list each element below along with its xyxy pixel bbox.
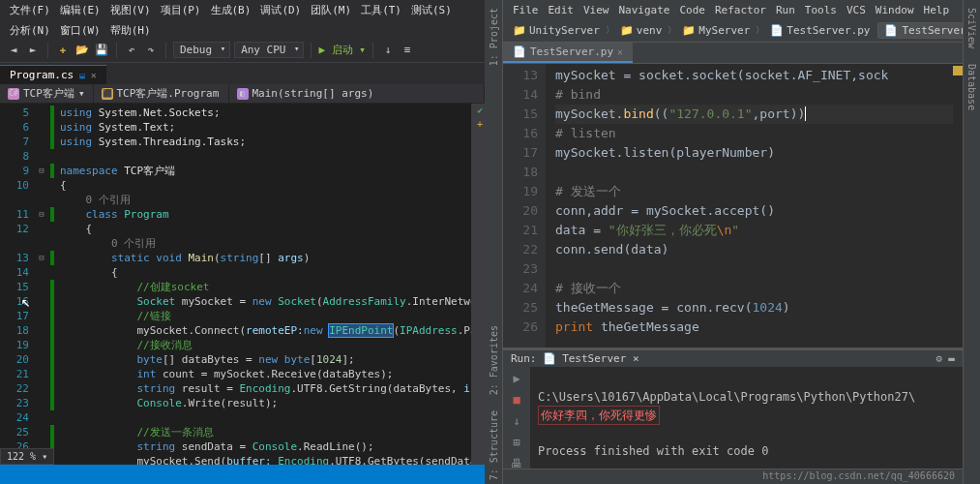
right-tool-tabs: SciView Database (963, 0, 980, 484)
tab-database[interactable]: Database (965, 60, 978, 114)
pycharm-window: 1: Project 2: Favorites 7: Structure Sci… (486, 0, 980, 484)
jb-menu-edit[interactable]: Edit (545, 3, 579, 17)
tab-label: Program.cs (10, 69, 74, 81)
vs-statusbar (0, 465, 485, 484)
vs-line-gutter: 5678910111213141516171819202122232425262… (0, 104, 33, 465)
tab-structure[interactable]: 7: Structure (488, 407, 500, 484)
jb-menu-tools[interactable]: Tools (801, 3, 841, 17)
vs-menu-analyze[interactable]: 分析(N) (6, 22, 54, 39)
nav-method[interactable]: ◧Main(string[] args) (229, 85, 486, 102)
jb-toolbar: 📁 UnityServer〉 📁 venv〉 📁 MyServer〉 📄 Tes… (503, 19, 963, 43)
vs-menubar-row2: 分析(N) 窗口(W) 帮助(H) (0, 20, 485, 38)
jb-tabbar: 📄 TestServer.py ✕ (503, 43, 963, 64)
console-path: C:\Users\10167\AppData\Local\Programs\Py… (538, 390, 915, 404)
console-exit-line: Process finished with exit code 0 (538, 444, 768, 458)
vs-menu-edit[interactable]: 编辑(E) (56, 2, 104, 18)
save-icon[interactable]: 💾 (94, 43, 109, 58)
vs-toolbar: ◄ ► ✚ 📂 💾 ↶ ↷ Debug Any CPU ▶ 启动 ▾ ↓ ≡ (0, 38, 485, 63)
jb-tab-testserver[interactable]: 📄 TestServer.py ✕ (503, 43, 633, 63)
vs-menubar: 文件(F) 编辑(E) 视图(V) 项目(P) 生成(B) 调试(D) 团队(M… (0, 0, 485, 20)
jb-menu-navigate[interactable]: Navigate (615, 3, 674, 17)
jb-menu-run[interactable]: Run (772, 3, 799, 17)
vs-editor[interactable]: 5678910111213141516171819202122232425262… (0, 104, 485, 465)
run-button[interactable]: ▶ 启动 ▾ (318, 43, 366, 57)
crumb-venv[interactable]: 📁 venv (616, 23, 667, 38)
jb-editor[interactable]: 1314151617181920212223242526 mySocket = … (503, 64, 963, 348)
run-tab[interactable]: 📄 TestServer × (543, 352, 639, 365)
vs-menu-test[interactable]: 测试(S) (407, 2, 456, 18)
jb-run-panel: Run: 📄 TestServer × ⚙ ▬ ▶ ■ ↓ ⊞ 🖶 C:\Use… (503, 348, 963, 469)
nav-project[interactable]: C#TCP客户端▾ (0, 84, 94, 103)
tab-favorites[interactable]: 2: Favorites (488, 321, 500, 399)
jb-line-gutter: 1314151617181920212223242526 (503, 64, 546, 348)
nav-class[interactable]: ⬛TCP客户端.Program (94, 84, 229, 103)
vs-zoom[interactable]: 122 % ▾ (0, 448, 54, 465)
vs-tabbar: Program.cs ⬓ ✕ (0, 63, 485, 84)
open-icon[interactable]: 📂 (74, 43, 90, 58)
stop-icon[interactable]: ■ (509, 392, 524, 408)
undo-icon[interactable]: ↶ (124, 43, 139, 58)
console-output-error: 你好李四，你死得更惨 (538, 406, 660, 425)
close-icon[interactable]: ✕ (91, 70, 97, 80)
jb-run-header: Run: 📄 TestServer × ⚙ ▬ (503, 350, 963, 367)
jb-breadcrumb: 📁 UnityServer〉 📁 venv〉 📁 MyServer〉 📄 Tes… (509, 23, 874, 38)
jb-statusbar: https://blog.csdn.net/qq_40666620 (503, 469, 963, 484)
gear-icon[interactable]: ⚙ ▬ (935, 352, 955, 365)
config-dropdown[interactable]: Debug (173, 42, 230, 58)
vs-menu-view[interactable]: 视图(V) (106, 2, 155, 18)
down-icon[interactable]: ↓ (509, 413, 524, 429)
vs-menu-window[interactable]: 窗口(W) (56, 22, 104, 39)
tab-sciview[interactable]: SciView (965, 4, 978, 52)
jb-menubar: File Edit View Navigate Code Refactor Ru… (503, 0, 963, 19)
jb-menu-code[interactable]: Code (675, 3, 709, 17)
vs-menu-debug[interactable]: 调试(D) (256, 2, 305, 18)
step-icon[interactable]: ↓ (380, 43, 396, 58)
jb-console[interactable]: C:\Users\10167\AppData\Local\Programs\Py… (530, 367, 963, 481)
platform-dropdown[interactable]: Any CPU (234, 42, 304, 58)
vs-menu-tools[interactable]: 工具(T) (357, 2, 405, 18)
crumb-myserver[interactable]: 📁 MyServer (678, 23, 754, 38)
rerun-icon[interactable]: ▶ (509, 371, 524, 386)
crumb-file[interactable]: 📄 TestServer.py (766, 23, 874, 38)
forward-icon[interactable]: ► (25, 43, 41, 58)
left-tool-tabs: 1: Project 2: Favorites 7: Structure (486, 0, 503, 484)
inspection-icon[interactable] (953, 66, 963, 76)
jb-menu-help[interactable]: Help (920, 3, 954, 17)
vs-code[interactable]: using System.Net.Sockets;using System.Te… (54, 104, 485, 465)
vs-tab-program[interactable]: Program.cs ⬓ ✕ (0, 65, 106, 84)
jb-menu-refactor[interactable]: Refactor (711, 3, 770, 17)
crumb-root[interactable]: 📁 UnityServer (509, 23, 604, 38)
close-icon[interactable]: ✕ (617, 46, 623, 57)
back-icon[interactable]: ◄ (6, 43, 21, 58)
jb-menu-vcs[interactable]: VCS (843, 3, 870, 17)
vs-menu-team[interactable]: 团队(M) (307, 2, 355, 18)
jb-code[interactable]: mySocket = socket.socket(socket.AF_INET,… (546, 64, 963, 348)
pin-icon[interactable]: ⬓ (79, 71, 84, 80)
visual-studio-window: 文件(F) 编辑(E) 视图(V) 项目(P) 生成(B) 调试(D) 团队(M… (0, 0, 486, 484)
new-icon[interactable]: ✚ (55, 43, 71, 58)
vs-menu-help[interactable]: 帮助(H) (106, 22, 155, 39)
vs-fold-gutter: ⊟⊟⊟ (33, 104, 50, 465)
run-label: Run: (511, 352, 537, 365)
run-gutter: ▶ ■ ↓ ⊞ 🖶 (503, 367, 530, 481)
jb-menu-view[interactable]: View (579, 3, 613, 17)
vs-navbar: C#TCP客户端▾ ⬛TCP客户端.Program ◧Main(string[]… (0, 84, 485, 104)
redo-icon[interactable]: ↷ (143, 43, 159, 58)
vs-menu-build[interactable]: 生成(B) (207, 2, 255, 18)
layout-icon[interactable]: ⊞ (509, 435, 524, 450)
vs-scrollbar[interactable]: ✔ + (471, 104, 485, 465)
tab-project[interactable]: 1: Project (488, 4, 500, 70)
vs-menu-project[interactable]: 项目(P) (157, 2, 205, 18)
jb-menu-window[interactable]: Window (872, 3, 918, 17)
jb-menu-file[interactable]: File (509, 3, 543, 17)
vs-menu-file[interactable]: 文件(F) (6, 2, 54, 18)
indent-icon[interactable]: ≡ (400, 43, 415, 58)
